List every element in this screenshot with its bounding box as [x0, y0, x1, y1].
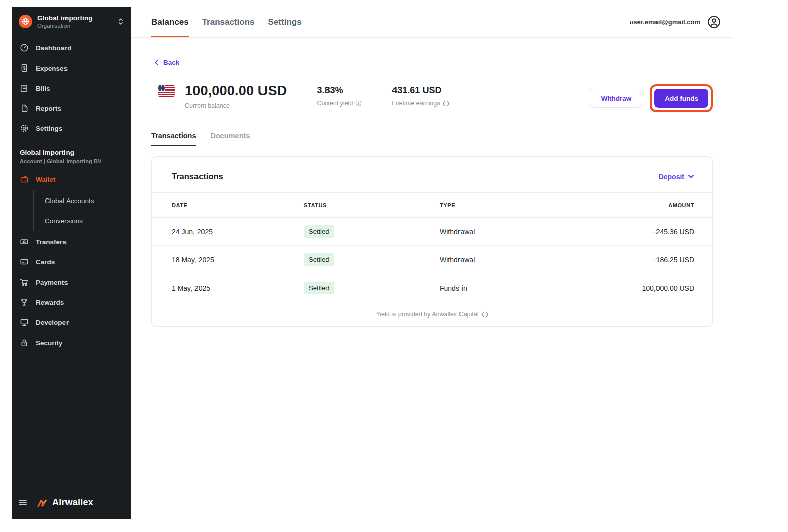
- deposit-filter-label: Deposit: [659, 173, 684, 181]
- sidebar-item-cards[interactable]: Cards: [12, 252, 131, 272]
- subtab-documents[interactable]: Documents: [210, 131, 250, 146]
- back-label: Back: [163, 59, 179, 66]
- sidebar-item-bills[interactable]: Bills: [12, 78, 131, 98]
- column-header-status: STATUS: [304, 202, 440, 208]
- sidebar-item-transfers[interactable]: Transfers: [12, 232, 131, 252]
- payments-icon: [20, 278, 29, 287]
- lifetime-earnings-label: Lifetime earnings: [392, 100, 440, 107]
- user-avatar-icon[interactable]: [707, 15, 721, 29]
- lifetime-earnings-value: 431.61 USD: [392, 85, 449, 96]
- table-header-row: DATE STATUS TYPE AMOUNT: [152, 192, 712, 218]
- sidebar-nav-account: Wallet Global Accounts Conversions Trans…: [12, 169, 131, 353]
- org-switcher[interactable]: Global importing Organisation: [12, 7, 131, 33]
- topbar-tabs: Balances Transactions Settings: [151, 7, 302, 37]
- cell-date: 24 Jun, 2025: [172, 228, 304, 236]
- expenses-icon: $: [20, 63, 29, 73]
- tab-balances[interactable]: Balances: [151, 7, 189, 37]
- tab-settings[interactable]: Settings: [268, 7, 302, 37]
- add-funds-button[interactable]: Add funds: [654, 89, 708, 108]
- current-balance-value: 100,000.00 USD: [185, 83, 287, 99]
- sidebar-item-security[interactable]: Security: [12, 332, 131, 353]
- sidebar-item-label: Transfers: [36, 238, 67, 246]
- airwallex-logo-text: Airwallex: [52, 497, 93, 508]
- dashboard-icon: [20, 43, 29, 52]
- cell-type: Withdrawal: [440, 228, 599, 236]
- status-badge: Settled: [304, 253, 334, 266]
- topbar: Balances Transactions Settings user.emai…: [131, 7, 733, 38]
- sidebar-item-dashboard[interactable]: Dashboard: [12, 38, 131, 58]
- earnings-info-icon[interactable]: [443, 100, 449, 107]
- sidebar-item-label: Expenses: [36, 64, 68, 72]
- sidebar: Global importing Organisation Dashboard: [12, 7, 131, 519]
- rewards-icon: [20, 298, 29, 307]
- card-footer-note: Yield is provided by Airwallex Capital: [152, 302, 712, 326]
- table-row[interactable]: 1 May, 2025 Settled Funds in 100,000.00 …: [152, 274, 712, 302]
- airwallex-logo: Airwallex: [37, 497, 93, 508]
- reports-icon: [20, 104, 29, 113]
- table-row[interactable]: 24 Jun, 2025 Settled Withdrawal -245.36 …: [152, 218, 712, 246]
- balance-header: 100,000.00 USD Current balance 3.83% Cur…: [151, 83, 713, 112]
- collapse-menu-icon[interactable]: [19, 499, 28, 506]
- sidebar-item-expenses[interactable]: $ Expenses: [12, 58, 131, 78]
- sidebar-item-label: Cards: [36, 258, 55, 266]
- transactions-card: Transactions Deposit DATE STATUS TYPE AM…: [151, 156, 713, 327]
- sidebar-item-label: Reports: [36, 105, 61, 112]
- sidebar-item-reports[interactable]: Reports: [12, 98, 131, 118]
- cell-amount: 100,000.00 USD: [599, 284, 694, 292]
- sidebar-item-label: Settings: [36, 125, 62, 132]
- table-row[interactable]: 18 May, 2025 Settled Withdrawal -186.25 …: [152, 246, 712, 274]
- sidebar-item-rewards[interactable]: Rewards: [12, 292, 131, 312]
- status-badge: Settled: [304, 225, 334, 238]
- cell-type: Funds in: [440, 284, 599, 292]
- status-badge: Settled: [304, 282, 334, 294]
- settings-icon: [20, 124, 29, 133]
- cell-amount: -186.25 USD: [599, 256, 694, 264]
- sidebar-item-label: Bills: [36, 85, 50, 92]
- current-yield-value: 3.83%: [317, 85, 362, 96]
- sidebar-item-conversions[interactable]: Conversions: [34, 211, 131, 231]
- current-balance-label: Current balance: [185, 102, 287, 109]
- account-section-header: Global importing Account | Global Import…: [12, 142, 131, 167]
- sidebar-item-label: Payments: [36, 279, 68, 286]
- security-icon: [20, 338, 29, 347]
- sidebar-item-label: Security: [36, 339, 62, 347]
- developer-icon: [20, 318, 29, 327]
- tab-transactions[interactable]: Transactions: [202, 7, 255, 37]
- transfers-icon: [20, 237, 29, 246]
- yield-info-icon[interactable]: [355, 100, 362, 107]
- subtabs: Transactions Documents: [151, 131, 713, 146]
- sidebar-item-payments[interactable]: Payments: [12, 272, 131, 292]
- back-link[interactable]: Back: [154, 59, 179, 66]
- column-header-date: DATE: [172, 202, 304, 208]
- usd-flag-icon: [158, 85, 175, 97]
- wallet-icon: [20, 175, 29, 184]
- withdraw-button[interactable]: Withdraw: [589, 89, 644, 108]
- sidebar-item-developer[interactable]: Developer: [12, 312, 131, 332]
- chevron-down-icon: [688, 174, 694, 179]
- wallet-subnav: Global Accounts Conversions: [33, 190, 131, 231]
- column-header-type: TYPE: [440, 202, 599, 208]
- app-window: Global importing Organisation Dashboard: [12, 7, 733, 519]
- cards-icon: [20, 257, 29, 267]
- capital-info-icon[interactable]: [482, 311, 488, 318]
- sidebar-item-wallet[interactable]: Wallet: [12, 169, 131, 189]
- balances-content: Back 100,000.00 USD Current balance 3.83…: [131, 38, 733, 327]
- card-title: Transactions: [172, 172, 223, 181]
- sidebar-item-label: Dashboard: [36, 44, 72, 52]
- sidebar-item-label: Conversions: [45, 217, 83, 225]
- user-email: user.email@gmail.com: [629, 18, 700, 26]
- cell-amount: -245.36 USD: [599, 228, 694, 236]
- sidebar-item-settings[interactable]: Settings: [12, 118, 131, 139]
- subtab-transactions[interactable]: Transactions: [151, 131, 196, 146]
- sidebar-item-global-accounts[interactable]: Global Accounts: [34, 190, 131, 211]
- deposit-filter-dropdown[interactable]: Deposit: [659, 173, 694, 181]
- cell-date: 1 May, 2025: [172, 284, 304, 292]
- org-type: Organisation: [37, 23, 115, 29]
- sidebar-nav-top: Dashboard $ Expenses Bill: [12, 38, 131, 139]
- account-title: Global importing: [20, 149, 123, 156]
- sidebar-item-label: Rewards: [36, 299, 64, 306]
- current-yield-label: Current yield: [317, 100, 353, 107]
- chevrons-updown-icon: [118, 18, 124, 25]
- cell-type: Withdrawal: [440, 256, 599, 264]
- sidebar-item-label: Wallet: [36, 176, 55, 183]
